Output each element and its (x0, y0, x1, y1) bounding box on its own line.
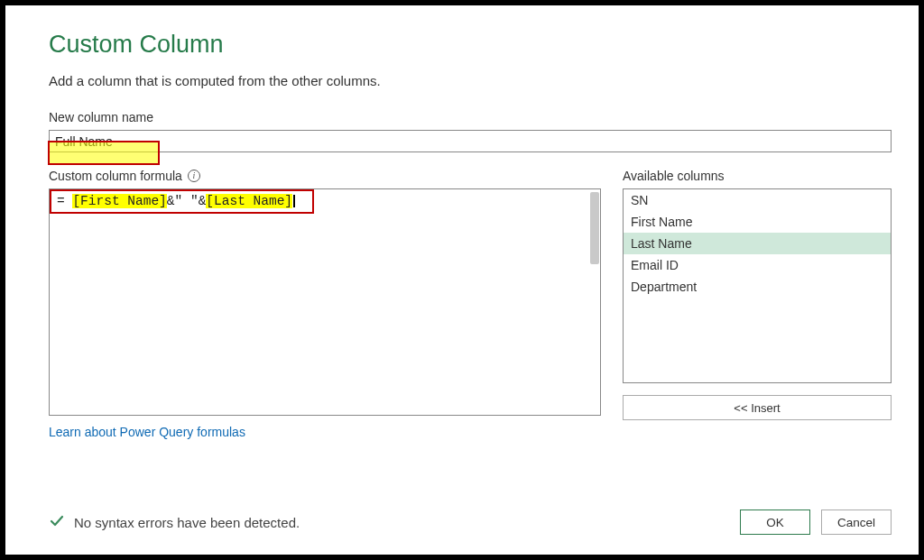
check-icon (49, 513, 65, 532)
column-ref-last: [Last Name] (206, 194, 292, 208)
available-columns-label: Available columns (623, 169, 892, 183)
learn-link[interactable]: Learn about Power Query formulas (49, 425, 245, 439)
text-caret (293, 195, 295, 207)
new-column-name-section: New column name (49, 110, 892, 152)
available-column-item[interactable]: Department (624, 276, 891, 298)
formula-editor[interactable]: = [First Name]&" "&[Last Name] (49, 188, 601, 416)
cancel-button[interactable]: Cancel (821, 510, 892, 535)
available-column-item[interactable]: SN (624, 189, 891, 211)
status-bar: No syntax errors have been detected. (49, 513, 300, 532)
formula-text: = [First Name]&" "&[Last Name] (50, 189, 600, 213)
dialog-title: Custom Column (49, 31, 892, 59)
status-text: No syntax errors have been detected. (74, 515, 300, 530)
ok-button[interactable]: OK (740, 510, 810, 535)
new-column-name-label: New column name (49, 110, 892, 124)
custom-column-dialog: Custom Column Add a column that is compu… (5, 5, 919, 462)
dialog-subtitle: Add a column that is computed from the o… (49, 73, 892, 88)
available-column-item[interactable]: First Name (624, 211, 891, 233)
available-column-item[interactable]: Email ID (624, 254, 891, 276)
scrollbar-thumb[interactable] (590, 192, 599, 264)
formula-label: Custom column formula i (49, 169, 601, 183)
new-column-name-input[interactable] (49, 130, 892, 152)
info-icon[interactable]: i (188, 170, 200, 182)
available-column-item[interactable]: Last Name (624, 233, 891, 254)
dialog-buttons: OK Cancel (740, 510, 892, 535)
insert-button[interactable]: << Insert (623, 395, 892, 420)
dialog-footer: No syntax errors have been detected. OK … (49, 510, 892, 535)
column-ref-first: [First Name] (72, 194, 166, 208)
formula-label-text: Custom column formula (49, 169, 182, 183)
available-columns-list[interactable]: SN First Name Last Name Email ID Departm… (623, 188, 892, 383)
